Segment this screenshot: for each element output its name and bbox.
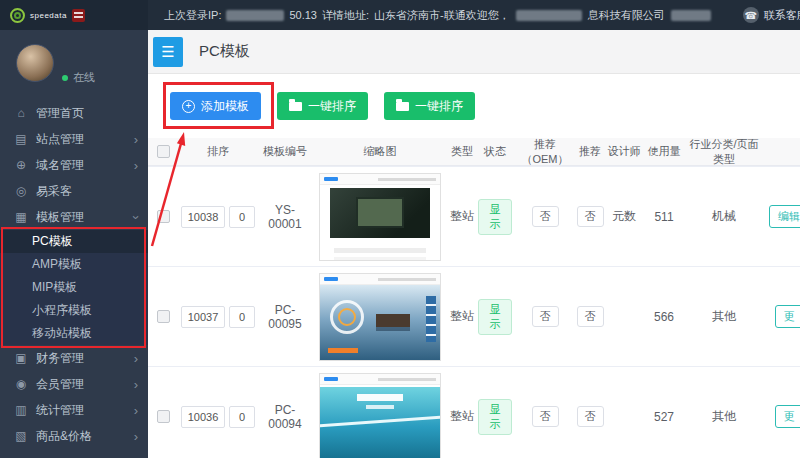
headset-icon: ☎	[743, 7, 759, 23]
sort-input[interactable]	[181, 206, 225, 228]
edit-button[interactable]: 编辑	[769, 205, 800, 228]
folder-icon	[396, 102, 409, 111]
subitem-label: 移动站模板	[32, 325, 92, 342]
sidebar-item-label: 统计管理	[36, 402, 126, 419]
col-header-sort: 排序	[178, 144, 258, 159]
template-code: PC-00095	[258, 303, 312, 331]
template-submenu: PC模板 AMP模板 MIP模板 小程序模板 移动站模板	[0, 230, 148, 345]
sidebar-item-goods-price[interactable]: ▧ 商品&价格 ›	[0, 423, 148, 449]
thumb-caption	[357, 394, 403, 401]
thumb-nav	[320, 274, 440, 285]
col-header-recommend: 推荐	[576, 144, 604, 159]
oem-recommend-toggle[interactable]: 否	[532, 306, 559, 327]
template-thumbnail[interactable]	[319, 373, 441, 458]
row-checkbox[interactable]	[157, 310, 170, 323]
col-header-type: 类型	[448, 144, 476, 159]
avatar[interactable]	[16, 44, 54, 82]
sidebar-item-label: 易采客	[36, 183, 138, 200]
recommend-toggle[interactable]: 否	[577, 406, 604, 427]
row-checkbox[interactable]	[157, 210, 170, 223]
app-logo[interactable]: speedata	[0, 0, 148, 30]
thumb-footer	[334, 248, 426, 253]
status-badge[interactable]: 显示	[478, 399, 512, 435]
main-header: ☰ PC模板	[148, 30, 800, 74]
sidebar-item-label: 站点管理	[36, 131, 126, 148]
edit-button[interactable]: 更	[775, 405, 800, 428]
sidebar-subitem-mobile-template[interactable]: 移动站模板	[0, 322, 148, 345]
template-thumbnail[interactable]	[319, 273, 441, 361]
sidebar-item-templates[interactable]: ▦ 模板管理 ›	[0, 204, 148, 230]
thumb-nav	[320, 374, 440, 385]
usage-count: 511	[644, 210, 684, 224]
thumb-platform	[376, 314, 410, 327]
goods-icon: ▧	[14, 429, 28, 443]
oem-recommend-toggle[interactable]: 否	[532, 206, 559, 227]
sidebar-item-label: 财务管理	[36, 350, 126, 367]
last-login-label: 上次登录IP:	[164, 8, 221, 23]
sidebar-item-finance[interactable]: ▣ 财务管理 ›	[0, 345, 148, 371]
col-header-status: 状态	[476, 144, 514, 159]
menu-toggle-button[interactable]: ☰	[153, 37, 183, 67]
template-code: PC-00094	[258, 403, 312, 431]
oem-recommend-toggle[interactable]: 否	[532, 406, 559, 427]
subitem-label: AMP模板	[32, 256, 82, 273]
sidebar-item-members[interactable]: ◉ 会员管理 ›	[0, 371, 148, 397]
sidebar-subitem-pc-template[interactable]: PC模板	[0, 230, 148, 253]
site-icon: ▤	[14, 132, 28, 146]
sidebar-subitem-miniapp-template[interactable]: 小程序模板	[0, 299, 148, 322]
toolbar: + 添加模板 一键排序 一键排序	[148, 74, 800, 138]
one-key-sort-button-1[interactable]: 一键排序	[277, 92, 368, 120]
template-type: 整站	[448, 208, 476, 225]
recommend-toggle[interactable]: 否	[577, 306, 604, 327]
edit-button[interactable]: 更	[775, 305, 800, 328]
shop-icon: ◎	[14, 184, 28, 198]
contact-service-button[interactable]: ☎ 联系客服	[743, 7, 800, 23]
sidebar-item-home[interactable]: ⌂ 管理首页	[0, 100, 148, 126]
sidebar-item-label: 会员管理	[36, 376, 126, 393]
sidebar: 在线 ⌂ 管理首页 ▤ 站点管理 › ⊕ 域名管理 › ◎ 易采客 ▦ 模板管理…	[0, 30, 148, 458]
sort-input-secondary[interactable]	[229, 306, 255, 328]
sort-input[interactable]	[181, 306, 225, 328]
add-template-button[interactable]: + 添加模板	[170, 92, 261, 120]
sort-input-secondary[interactable]	[229, 406, 255, 428]
recommend-toggle[interactable]: 否	[577, 206, 604, 227]
sidebar-item-domains[interactable]: ⊕ 域名管理 ›	[0, 152, 148, 178]
chevron-right-icon: ›	[134, 132, 138, 147]
company-suffix: 息科技有限公司	[588, 8, 665, 23]
detail-label: 详情地址:	[322, 8, 369, 23]
thumb-ring	[330, 300, 364, 334]
topbar-right: 欢迎您， 息科技有限公司 ☎ 联系客服	[466, 7, 800, 23]
topbar: speedata 上次登录IP: 50.13 详情地址: 山东省济南市-联通 欢…	[0, 0, 800, 30]
sidebar-subitem-amp-template[interactable]: AMP模板	[0, 253, 148, 276]
online-status: 在线	[62, 70, 95, 85]
sidebar-item-label: 模板管理	[36, 209, 126, 226]
thumb-nav	[320, 174, 440, 185]
industry-category: 机械	[684, 208, 764, 225]
sort-label: 一键排序	[308, 98, 356, 115]
page-title: PC模板	[199, 42, 250, 61]
sidebar-item-yicaike[interactable]: ◎ 易采客	[0, 178, 148, 204]
login-info: 上次登录IP: 50.13 详情地址: 山东省济南市-联通	[164, 8, 466, 23]
col-header-usage: 使用量	[644, 144, 684, 159]
sort-input[interactable]	[181, 406, 225, 428]
sidebar-item-sites[interactable]: ▤ 站点管理 ›	[0, 126, 148, 152]
sidebar-subitem-mip-template[interactable]: MIP模板	[0, 276, 148, 299]
plus-icon: +	[182, 100, 195, 113]
thumb-hero	[330, 188, 430, 238]
sidebar-item-statistics[interactable]: ▥ 统计管理 ›	[0, 397, 148, 423]
designer: 元数	[604, 208, 644, 225]
one-key-sort-button-2[interactable]: 一键排序	[384, 92, 475, 120]
status-badge[interactable]: 显示	[478, 199, 512, 235]
sort-input-secondary[interactable]	[229, 206, 255, 228]
online-dot-icon	[62, 75, 68, 81]
template-thumbnail[interactable]	[319, 173, 441, 261]
status-badge[interactable]: 显示	[478, 299, 512, 335]
redacted-company	[516, 10, 582, 21]
subitem-label: 小程序模板	[32, 302, 92, 319]
row-checkbox[interactable]	[157, 410, 170, 423]
redacted-user	[671, 10, 711, 21]
col-header-code: 模板编号	[258, 144, 312, 159]
select-all-checkbox[interactable]	[157, 145, 170, 158]
detail-value: 山东省济南市-联通	[374, 8, 466, 23]
col-header-thumb: 缩略图	[312, 144, 448, 159]
